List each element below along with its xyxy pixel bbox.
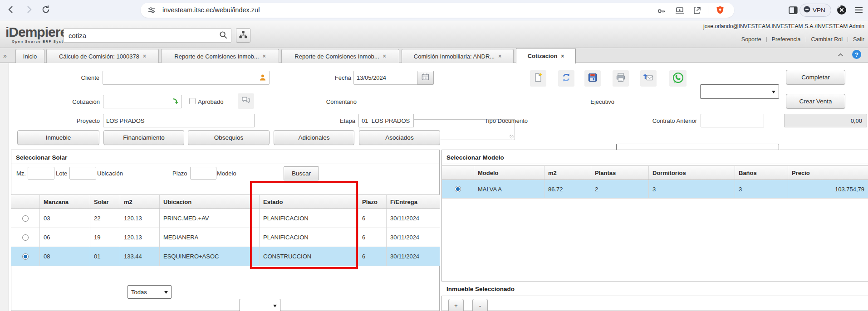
adicionales-button[interactable]: Adicionales [274, 130, 354, 145]
vpn-pill[interactable]: VPN [799, 4, 831, 17]
column-header[interactable]: Plazo [358, 195, 387, 209]
send-to-device-icon[interactable] [675, 6, 684, 15]
tune-icon[interactable] [148, 6, 156, 14]
close-icon[interactable]: × [383, 53, 386, 59]
cotizacion-input[interactable] [103, 95, 182, 108]
table-row-selected[interactable]: MALVA A 86.72 2 3 3 103.754,79 [442, 180, 868, 199]
financiamiento-button[interactable]: Financiamiento [103, 130, 184, 145]
close-icon[interactable]: × [498, 53, 501, 59]
tab-inicio[interactable]: Inicio [15, 49, 44, 63]
url-bar[interactable]: investeam.itsc.ec/webui/index.zul [141, 3, 734, 18]
remove-row-button[interactable]: - [472, 299, 488, 311]
asociados-button[interactable]: Asociados [359, 130, 440, 145]
back-button[interactable] [5, 5, 16, 16]
radio-button-selected[interactable] [22, 253, 29, 260]
column-header[interactable]: Precio [788, 166, 868, 180]
refresh-button[interactable] [558, 70, 574, 87]
lote-input[interactable] [69, 167, 96, 180]
table-row[interactable]: 03 22 120.13 PRINC.MED.+AV PLANIFICACION… [11, 209, 440, 228]
fecha-field[interactable] [353, 71, 417, 85]
forward-button[interactable] [24, 5, 34, 16]
search-input[interactable] [64, 28, 231, 43]
mz-field[interactable] [28, 167, 54, 180]
whatsapp-button[interactable] [669, 70, 687, 87]
cliente-input[interactable] [103, 71, 270, 85]
proyecto-field[interactable] [103, 114, 255, 127]
reload-button[interactable] [40, 5, 52, 16]
radio-button-selected[interactable] [455, 186, 461, 192]
column-header[interactable]: m2 [544, 166, 591, 180]
column-header[interactable]: F/Entrega [387, 195, 440, 209]
tab-calculo-comision[interactable]: Cálculo de Comisión: 1000378× [46, 49, 159, 63]
aprobado-checkbox[interactable] [189, 98, 196, 104]
tab-reporte-comisiones-2[interactable]: Reporte de Comisiones Inmob...× [281, 49, 399, 63]
estado-column-annotation [250, 181, 358, 269]
key-icon[interactable] [657, 6, 666, 15]
crear-venta-button[interactable]: Crear Venta [786, 94, 845, 109]
close-icon[interactable]: × [561, 53, 564, 59]
radio-button[interactable] [22, 215, 29, 222]
link-preferencia[interactable]: Preferencia [772, 36, 801, 43]
obsequios-button[interactable]: Obsequios [188, 130, 270, 145]
ubicacion-select[interactable]: Todas [128, 285, 172, 299]
link-soporte[interactable]: Soporte [741, 36, 761, 43]
column-header[interactable]: Ubicacion [160, 195, 260, 209]
contrato-anterior-field[interactable] [701, 114, 764, 127]
tab-cotizacion[interactable]: Cotizacion× [516, 48, 576, 63]
link-cambiar-rol[interactable]: Cambiar Rol [811, 36, 843, 43]
comments-button[interactable] [238, 93, 254, 109]
fecha-input[interactable] [353, 71, 417, 85]
contrato-anterior-input[interactable] [701, 114, 764, 127]
url-text[interactable]: investeam.itsc.ec/webui/index.zul [162, 6, 260, 14]
radio-button[interactable] [22, 234, 29, 241]
link-salir[interactable]: Salir [853, 36, 864, 43]
close-icon[interactable]: × [143, 53, 146, 59]
etapa-input[interactable] [358, 114, 414, 127]
save-button[interactable] [584, 70, 601, 87]
brave-shield-icon[interactable] [715, 5, 725, 15]
menu-lookup-button[interactable] [236, 28, 250, 43]
column-header[interactable]: Plantas [591, 166, 649, 180]
mz-input[interactable] [28, 167, 54, 180]
tab-comision-inmobiliaria[interactable]: Comisión Inmobiliaria: ANDR...× [402, 49, 514, 63]
share-icon[interactable] [692, 6, 701, 15]
sidebar-toggle-icon[interactable] [787, 5, 799, 16]
completar-button[interactable]: Completar [786, 70, 845, 85]
menu-icon[interactable] [854, 5, 864, 15]
column-header[interactable]: Modelo [474, 166, 544, 180]
doc-action-select[interactable] [700, 84, 779, 99]
new-record-button[interactable] [530, 70, 546, 87]
etapa-field[interactable] [358, 114, 414, 127]
column-header[interactable]: Dormitorios [649, 166, 735, 180]
person-icon[interactable] [259, 74, 266, 81]
close-icon[interactable]: × [263, 53, 266, 59]
add-row-button[interactable]: + [448, 299, 464, 311]
calendar-button[interactable] [417, 71, 434, 85]
refresh-icon [561, 72, 572, 85]
cotizacion-field[interactable] [103, 95, 182, 108]
extension-icon[interactable] [836, 4, 848, 16]
global-search[interactable] [64, 28, 231, 43]
table-row[interactable]: 06 19 120.13 MEDIANERA PLANIFICACION 6 3… [11, 228, 440, 247]
inmueble-button[interactable]: Inmueble [17, 130, 99, 145]
help-icon[interactable]: ? [852, 50, 861, 59]
print-button[interactable] [613, 70, 629, 87]
column-header[interactable]: Manzana [40, 195, 90, 209]
column-header[interactable]: Solar [90, 195, 120, 209]
modelo-filter-select[interactable] [240, 299, 280, 311]
plazo-field[interactable] [190, 167, 216, 180]
send-mail-button[interactable] [640, 70, 657, 87]
west-expand-button[interactable]: » [1, 49, 9, 62]
buscar-button[interactable]: Buscar [284, 166, 319, 180]
collapse-all-icon[interactable] [836, 51, 844, 59]
column-header[interactable]: m2 [120, 195, 160, 209]
proyecto-input[interactable] [103, 114, 255, 127]
table-row-selected[interactable]: 08 01 133.44 ESQUINERO+ASOC CONSTRUCCION… [11, 247, 440, 266]
search-icon[interactable] [219, 31, 228, 39]
cliente-field[interactable] [103, 71, 270, 85]
tab-reporte-comisiones-1[interactable]: Reporte de Comisiones Inmob...× [161, 49, 279, 63]
column-header[interactable]: Baños [735, 166, 788, 180]
lote-field[interactable] [69, 167, 96, 180]
plazo-input[interactable] [190, 167, 216, 180]
record-zoom-icon[interactable] [172, 97, 180, 105]
